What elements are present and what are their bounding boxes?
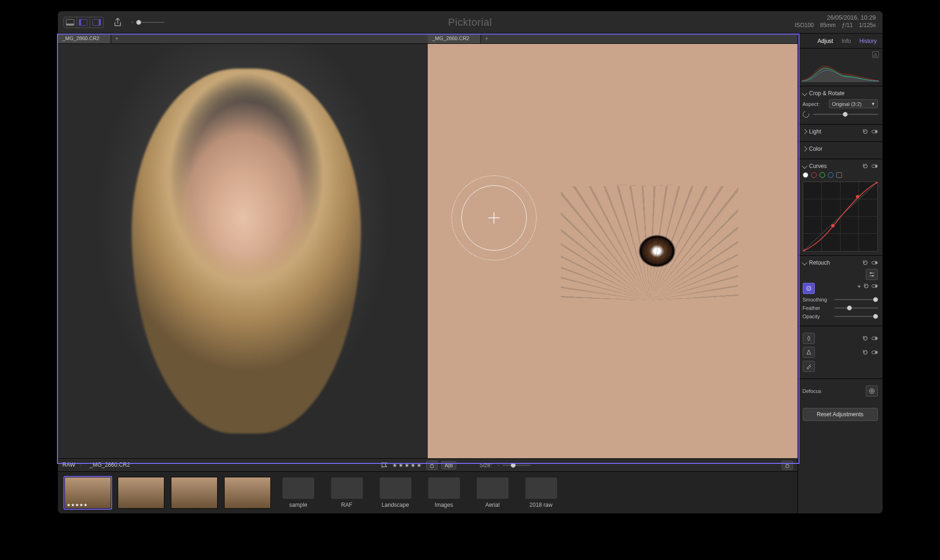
curve-channel-rgb[interactable] xyxy=(803,172,808,178)
lock-left[interactable] xyxy=(426,461,438,470)
thumbnail-size-slider[interactable]: ◦ xyxy=(132,19,165,26)
thumbnail-1[interactable]: ★★★★★ xyxy=(64,477,111,509)
opacity-slider[interactable] xyxy=(834,316,878,317)
curves-editor[interactable] xyxy=(803,182,878,252)
feather-label: Feather xyxy=(803,305,831,311)
smoothing-slider[interactable] xyxy=(834,299,878,300)
layout-toggle-single[interactable] xyxy=(77,17,90,28)
image-right[interactable] xyxy=(428,44,798,459)
breadcrumb[interactable]: RAW 〉 _MG_2860.CR2 xyxy=(63,461,130,469)
folder-1[interactable]: sample xyxy=(277,477,319,508)
folder-3[interactable]: Landscape xyxy=(375,477,417,508)
svg-rect-5 xyxy=(99,19,100,25)
thumbnail-2[interactable] xyxy=(118,477,164,509)
chevron-right-icon[interactable] xyxy=(802,146,807,151)
flag-icon[interactable] xyxy=(381,462,389,469)
section-curves-title: Curves xyxy=(809,163,827,169)
section-retouch-title: Retouch xyxy=(809,259,830,266)
aspect-value: Original (3:2) xyxy=(832,101,862,107)
reset-icon[interactable] xyxy=(863,283,869,289)
brush-cursor xyxy=(461,185,527,251)
layout-toggle-filmstrip[interactable] xyxy=(64,17,77,28)
canvas-column: _MG_2860.CR2 + _MG_2860.CR2 + xyxy=(58,34,798,513)
aspect-label: Aspect: xyxy=(803,101,825,107)
section-light: Light xyxy=(798,124,883,141)
brush-size-label: Size: xyxy=(480,462,492,469)
share-button[interactable] xyxy=(112,17,123,28)
section-crop: Crop & Rotate Aspect: Original (3:2) ▾ xyxy=(798,86,883,124)
visibility-toggle-icon[interactable] xyxy=(871,259,878,266)
chevron-down-icon[interactable] xyxy=(802,260,807,265)
exif-focal: 85mm xyxy=(820,22,835,28)
folder-1-label: sample xyxy=(289,502,307,508)
sharpen-tool-a[interactable] xyxy=(803,333,815,344)
reset-icon[interactable] xyxy=(862,128,869,135)
curve-channel-luma[interactable] xyxy=(836,172,842,178)
aspect-select[interactable]: Original (3:2) ▾ xyxy=(829,99,878,108)
tab-left-add[interactable]: + xyxy=(111,34,122,43)
brush-tool[interactable] xyxy=(803,361,815,372)
chevron-right-icon[interactable] xyxy=(802,129,807,134)
curve-channel-red[interactable] xyxy=(811,172,817,178)
visibility-toggle-icon[interactable] xyxy=(871,128,878,135)
viewer-right-pane[interactable]: _MG_2860.CR2 + xyxy=(428,34,798,458)
retouch-tool-sliders[interactable] xyxy=(866,269,878,280)
rotate-icon[interactable] xyxy=(801,110,810,119)
ab-compare-button[interactable]: A|B xyxy=(441,461,456,469)
reset-icon[interactable] xyxy=(862,163,869,169)
tab-right-file-label: _MG_2860.CR2 xyxy=(432,35,470,41)
folder-4[interactable]: Images xyxy=(423,477,465,508)
thumbnail-4[interactable] xyxy=(224,477,271,509)
lock-right[interactable] xyxy=(782,461,793,470)
folder-6[interactable]: 2018 raw xyxy=(520,477,562,508)
tab-right-file[interactable]: _MG_2860.CR2 xyxy=(428,34,481,43)
tab-right-add[interactable]: + xyxy=(481,34,492,43)
rating-stars-left[interactable]: ★★★★★ xyxy=(392,462,423,469)
svg-rect-6 xyxy=(431,465,434,468)
svg-point-33 xyxy=(875,351,876,353)
sharpen-tool-b[interactable] xyxy=(803,347,815,358)
panel-tab-adjust[interactable]: Adjust xyxy=(818,38,833,44)
chevron-down-icon[interactable] xyxy=(802,91,807,96)
visibility-toggle-icon[interactable] xyxy=(871,163,878,169)
filmstrip[interactable]: ★★★★★ sample RAF Landscape Images Aerial… xyxy=(58,471,798,513)
svg-point-11 xyxy=(875,165,876,167)
tab-left-file-label: _MG_2860.CR2 xyxy=(63,35,100,41)
reset-icon[interactable] xyxy=(862,335,869,342)
chevron-down-icon[interactable] xyxy=(802,163,807,168)
folder-4-label: Images xyxy=(435,502,453,508)
panel-tab-history[interactable]: History xyxy=(859,38,876,44)
section-sharpen xyxy=(798,326,883,378)
tab-left-file[interactable]: _MG_2860.CR2 xyxy=(58,34,112,43)
add-icon[interactable]: + xyxy=(857,283,861,294)
histogram[interactable]: ⚠ xyxy=(798,49,883,86)
panel-tab-info[interactable]: Info xyxy=(841,38,851,44)
svg-point-9 xyxy=(875,131,876,133)
visibility-toggle-icon[interactable] xyxy=(871,349,878,356)
thumbnail-3[interactable] xyxy=(171,477,218,509)
visibility-toggle-icon[interactable] xyxy=(871,283,878,289)
curve-channel-green[interactable] xyxy=(820,172,825,178)
visibility-toggle-icon[interactable] xyxy=(871,335,878,342)
layout-toggle-dual[interactable] xyxy=(90,17,103,28)
folder-5[interactable]: Aerial xyxy=(472,477,514,508)
breadcrumb-format: RAW xyxy=(63,462,76,468)
brush-size-slider[interactable]: ◦ xyxy=(497,462,530,469)
folder-2[interactable]: RAF xyxy=(326,477,368,508)
defocus-tool[interactable] xyxy=(866,385,878,397)
svg-point-26 xyxy=(872,275,873,277)
histogram-warning-toggle[interactable]: ⚠ xyxy=(872,51,879,58)
feather-slider[interactable] xyxy=(834,308,878,308)
section-color: Color xyxy=(798,141,883,159)
svg-rect-1 xyxy=(66,23,74,25)
retouch-tool-heal[interactable] xyxy=(803,283,815,294)
image-left[interactable] xyxy=(58,44,428,459)
top-toolbar: ◦ Picktorial 26/05/2016, 10:29 ISO100 85… xyxy=(58,11,883,34)
curve-channel-blue[interactable] xyxy=(828,172,834,178)
reset-icon[interactable] xyxy=(862,349,869,356)
viewer-left-pane[interactable]: _MG_2860.CR2 + xyxy=(58,34,428,458)
tabs-left: _MG_2860.CR2 + xyxy=(58,34,428,44)
reset-adjustments-button[interactable]: Reset Adjustments xyxy=(803,408,878,421)
opacity-label: Opacity xyxy=(803,314,831,319)
reset-icon[interactable] xyxy=(862,259,869,266)
